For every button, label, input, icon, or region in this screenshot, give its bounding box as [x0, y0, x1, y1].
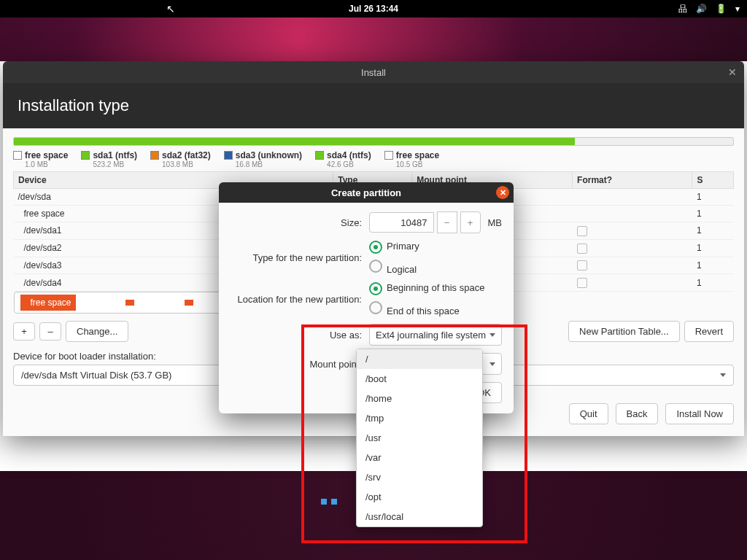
partition-type-label: Type for the new partition: [231, 252, 369, 263]
gnome-topbar: ↖ Jul 26 13:44 品 🔊 🔋 ▾ [0, 0, 747, 18]
new-partition-table-button[interactable]: New Partition Table... [568, 321, 680, 342]
page-title: Installation type [3, 83, 744, 128]
mount-option[interactable]: /usr/local [357, 507, 482, 526]
disk-usage-bar [13, 137, 734, 146]
system-tray[interactable]: 品 🔊 🔋 ▾ [678, 3, 740, 15]
use-as-label: Use as: [231, 330, 369, 341]
mount-option[interactable]: /boot [357, 369, 482, 389]
dialog-close-icon[interactable]: ✕ [496, 186, 509, 199]
mount-option[interactable]: /srv [357, 467, 482, 487]
network-icon[interactable]: 品 [678, 3, 687, 15]
partition-legend: free space1.0 MBsda1 (ntfs)523.2 MBsda2 … [13, 150, 734, 168]
size-label: Size: [231, 217, 369, 228]
dialog-titlebar[interactable]: Create partition ✕ [219, 182, 514, 203]
chevron-down-icon [720, 373, 726, 377]
dialog-title: Create partition [331, 187, 401, 198]
desktop-background-top [0, 18, 747, 61]
revert-button[interactable]: Revert [684, 321, 734, 342]
mount-option[interactable]: /tmp [357, 408, 482, 428]
format-checkbox[interactable] [577, 226, 587, 236]
window-close-icon[interactable]: ✕ [728, 66, 737, 78]
location-beginning-radio[interactable]: Beginning of this space [369, 282, 484, 295]
size-increment-button[interactable]: + [460, 211, 481, 233]
format-checkbox[interactable] [577, 278, 587, 288]
legend-item: sda1 (ntfs)523.2 MB [81, 150, 137, 168]
legend-item: sda3 (unknown)16.8 MB [224, 150, 302, 168]
mount-option[interactable]: / [357, 349, 482, 369]
mount-point-dropdown[interactable]: //boot/home/tmp/usr/var/srv/opt/usr/loca… [356, 349, 483, 527]
window-title: Install [361, 67, 386, 78]
legend-item: sda2 (fat32)103.8 MB [150, 150, 211, 168]
install-now-button[interactable]: Install Now [665, 403, 734, 424]
mount-option[interactable]: /opt [357, 487, 482, 507]
size-unit: MB [488, 217, 503, 228]
col-format[interactable]: Format? [573, 172, 692, 189]
use-as-select[interactable]: Ext4 journaling file system [369, 324, 502, 346]
legend-item: free space1.0 MB [13, 150, 68, 168]
remove-partition-button[interactable]: – [39, 322, 61, 341]
change-partition-button[interactable]: Change... [66, 321, 128, 342]
quit-button[interactable]: Quit [569, 403, 608, 424]
size-input[interactable]: 10487 [369, 212, 434, 233]
window-titlebar[interactable]: Install ✕ [3, 61, 744, 83]
mount-option[interactable]: /usr [357, 428, 482, 448]
format-checkbox[interactable] [577, 260, 587, 271]
mount-option[interactable]: /home [357, 389, 482, 408]
add-partition-button[interactable]: + [13, 322, 35, 341]
partition-type-logical-radio[interactable]: Logical [369, 260, 417, 275]
location-end-radio[interactable]: End of this space [369, 301, 460, 316]
slideshow-pager [321, 499, 337, 505]
back-button[interactable]: Back [616, 403, 659, 424]
bootloader-device-value: /dev/sda Msft Virtual Disk (53.7 GB) [21, 370, 171, 381]
volume-icon[interactable]: 🔊 [696, 4, 707, 14]
chevron-down-icon [489, 333, 495, 337]
chevron-down-icon [489, 362, 495, 366]
partition-type-primary-radio[interactable]: Primary [369, 241, 419, 254]
partition-location-label: Location for the new partition: [231, 294, 369, 305]
size-decrement-button[interactable]: − [437, 211, 457, 233]
battery-icon[interactable]: 🔋 [716, 4, 727, 14]
col-more[interactable]: S [692, 172, 734, 189]
legend-item: sda4 (ntfs)42.6 GB [315, 150, 371, 168]
mount-point-label: Mount point: [231, 359, 369, 370]
mouse-cursor-icon: ↖ [166, 3, 175, 15]
format-checkbox[interactable] [577, 244, 587, 254]
legend-item: free space10.5 GB [384, 150, 439, 168]
topbar-clock[interactable]: Jul 26 13:44 [349, 4, 398, 14]
chevron-down-icon[interactable]: ▾ [735, 4, 740, 14]
mount-option[interactable]: /var [357, 448, 482, 467]
